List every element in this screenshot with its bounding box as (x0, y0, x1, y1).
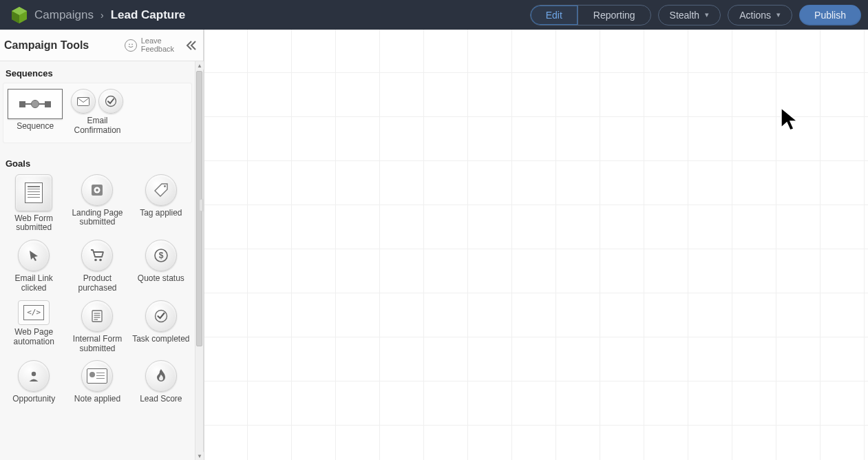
sidebar-title: Campaign Tools (3, 39, 89, 52)
tool-email-link-clicked[interactable]: Email Link clicked (3, 238, 65, 295)
id-card-icon (81, 360, 113, 392)
tool-web-form-submitted[interactable]: Web Form submitted (3, 173, 65, 235)
tool-label: Sequence (17, 122, 54, 132)
sidebar-scrollbar[interactable]: ▲ ▼ (195, 61, 203, 460)
form-icon (15, 174, 52, 211)
tool-label: Opportunity (12, 395, 55, 404)
tag-icon (145, 174, 177, 206)
tool-label: Quote status (138, 274, 184, 284)
chevron-double-left-icon (186, 41, 197, 50)
tool-label: Product purchased (68, 274, 126, 293)
target-icon (81, 174, 113, 206)
body: Campaign Tools LeaveFeedback Seq (0, 30, 868, 460)
sidebar-content: Sequences Sequence (0, 61, 195, 460)
breadcrumb: Campaigns › Lead Capture (34, 8, 185, 22)
tool-quote-status[interactable]: $ Quote status (130, 238, 192, 295)
campaign-canvas[interactable] (204, 30, 868, 460)
tool-tag-applied[interactable]: Tag applied (130, 173, 192, 235)
svg-point-10 (164, 185, 166, 187)
sidebar-scroll-area: Sequences Sequence (0, 61, 203, 460)
sidebar-resize-grip[interactable] (199, 199, 203, 211)
check-icon (98, 89, 123, 114)
tool-label: Note applied (74, 395, 120, 404)
tool-label: Email Link clicked (5, 274, 63, 293)
tool-landing-page-submitted[interactable]: Landing Page submitted (66, 173, 128, 235)
section-title-goals: Goals (3, 153, 192, 173)
tool-label: Internal Form submitted (68, 335, 126, 354)
tool-email-confirmation[interactable]: Email Confirmation (67, 87, 127, 137)
tool-lead-score[interactable]: Lead Score (130, 359, 192, 406)
stealth-dropdown[interactable]: Stealth ▾ (658, 5, 721, 25)
top-bar: Campaigns › Lead Capture Edit Reporting … (0, 0, 868, 30)
goals-section: Web Form submitted Landing Page submitte… (3, 173, 192, 406)
tool-label: Email Confirmation (68, 116, 126, 136)
chevron-down-icon: ▾ (776, 10, 781, 19)
tool-opportunity[interactable]: Opportunity (3, 359, 65, 406)
person-icon (18, 360, 50, 392)
collapse-sidebar-button[interactable] (184, 38, 199, 53)
tool-label: Task completed (132, 335, 189, 344)
code-icon: </> (18, 300, 50, 325)
scroll-down-arrow-icon[interactable]: ▼ (195, 452, 204, 460)
tool-label: Lead Score (140, 395, 182, 404)
smiley-icon (125, 39, 137, 52)
tool-task-completed[interactable]: Task completed (130, 299, 192, 355)
svg-text:$: $ (158, 251, 163, 260)
sequences-section: Sequence Email Confirmat (3, 83, 192, 143)
sidebar-header: Campaign Tools LeaveFeedback (0, 30, 203, 61)
svg-point-4 (131, 43, 133, 45)
cart-icon (81, 240, 113, 271)
chevron-right-icon: › (100, 10, 104, 21)
tool-internal-form-submitted[interactable]: Internal Form submitted (66, 299, 128, 355)
svg-point-6 (106, 96, 116, 107)
tool-label: Tag applied (140, 209, 182, 218)
feedback-label: LeaveFeedback (141, 37, 174, 53)
publish-button[interactable]: Publish (799, 5, 861, 25)
envelope-icon (71, 89, 96, 114)
check-circle-icon (145, 300, 177, 332)
svg-point-12 (100, 259, 103, 262)
edit-tab[interactable]: Edit (531, 6, 578, 25)
cursor-icon (779, 107, 803, 134)
flame-icon (145, 360, 177, 392)
actions-dropdown[interactable]: Actions ▾ (728, 5, 792, 25)
stealth-label: Stealth (670, 10, 700, 21)
chevron-down-icon: ▾ (705, 10, 709, 19)
actions-label: Actions (739, 10, 771, 21)
svg-rect-5 (78, 97, 89, 105)
email-confirmation-icon (71, 89, 123, 114)
tool-note-applied[interactable]: Note applied (66, 359, 128, 406)
form-lines-icon (81, 300, 113, 332)
svg-point-3 (129, 43, 130, 45)
scroll-up-arrow-icon[interactable]: ▲ (195, 61, 204, 70)
tool-label: Web Page automation (5, 328, 63, 347)
leave-feedback-button[interactable]: LeaveFeedback (125, 37, 174, 53)
tool-web-page-automation[interactable]: </> Web Page automation (3, 299, 65, 355)
breadcrumb-parent[interactable]: Campaigns (34, 8, 94, 22)
sequence-icon (8, 89, 63, 119)
svg-point-9 (96, 189, 98, 191)
mode-toggle: Edit Reporting (530, 5, 651, 25)
pointer-icon (18, 240, 50, 271)
reporting-tab[interactable]: Reporting (578, 6, 650, 25)
breadcrumb-current: Lead Capture (111, 8, 186, 22)
tool-label: Landing Page submitted (68, 209, 126, 228)
sidebar: Campaign Tools LeaveFeedback Seq (0, 30, 204, 460)
app-logo (4, 7, 34, 23)
tool-sequence[interactable]: Sequence (5, 87, 65, 137)
tool-label: Web Form submitted (5, 214, 63, 233)
svg-point-11 (95, 259, 98, 262)
dollar-icon: $ (145, 240, 177, 271)
svg-point-21 (32, 372, 36, 376)
tool-product-purchased[interactable]: Product purchased (66, 238, 128, 295)
top-actions: Edit Reporting Stealth ▾ Actions ▾ Publi… (530, 5, 861, 25)
section-title-sequences: Sequences (3, 63, 192, 83)
